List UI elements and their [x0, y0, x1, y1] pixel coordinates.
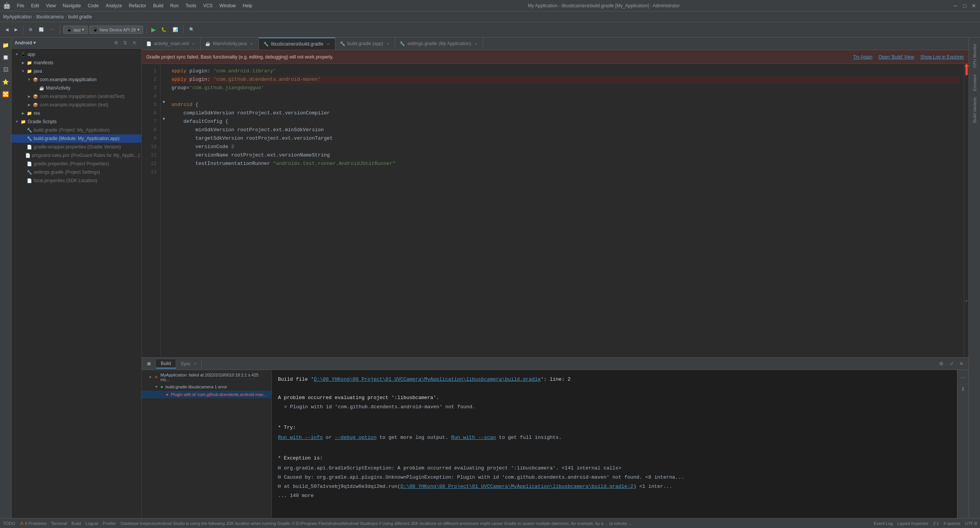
tab-status[interactable]: 4 spaces: [944, 521, 960, 526]
tab-close-build-gradle-app[interactable]: ✕: [385, 41, 390, 46]
close-button[interactable]: ✕: [971, 3, 977, 9]
breadcrumb-item-2[interactable]: build.gradle: [68, 14, 92, 20]
gpu-monitor-label[interactable]: GPU Monitor: [972, 41, 978, 71]
toolbar-search-button[interactable]: 🔍: [187, 26, 197, 33]
menu-tools[interactable]: Tools: [183, 2, 199, 9]
resource-manager-toggle[interactable]: 🖼: [1, 65, 10, 74]
tree-item-settings-gradle[interactable]: ▶ 🔧 settings.gradle (Project Settings): [11, 168, 141, 176]
editor-scrollbar[interactable]: ✓: [964, 64, 969, 357]
breadcrumb-item-1[interactable]: libusbcamera: [36, 14, 64, 20]
tree-item-build-gradle-project[interactable]: ▶ 🔧 build.gradle (Project: My_Applicatio…: [11, 126, 141, 134]
menu-help[interactable]: Help: [240, 2, 255, 9]
tree-item-proguard[interactable]: ▶ 📄 proguard-rules.pro (ProGuard Rules f…: [11, 151, 141, 160]
tab-close-settings-gradle[interactable]: ✕: [474, 41, 478, 46]
position-status[interactable]: 2:1: [933, 521, 939, 526]
tree-item-manifests[interactable]: ▶ 📁 manifests: [11, 59, 141, 67]
tree-item-pkg-androidtest[interactable]: ▶ 📦 com.example.myapplication (androidTe…: [11, 92, 141, 101]
tab-close-activity-main[interactable]: ✕: [191, 41, 196, 46]
build-exception-3-link[interactable]: D:\00_YHKong\00_Project\01_UVCCamera\MyA…: [400, 484, 634, 489]
tree-item-gradle-props[interactable]: ▶ 📄 gradle.properties (Project Propertie…: [11, 160, 141, 168]
menu-window[interactable]: Window: [216, 2, 239, 9]
tree-item-res[interactable]: ▶ 📁 res: [11, 109, 141, 117]
run-button[interactable]: ▶: [150, 25, 157, 34]
build-settings-button[interactable]: ⚙: [937, 360, 946, 368]
toolbar-forward-button[interactable]: ▶: [12, 26, 20, 33]
build-item-myapp-failed[interactable]: ▼ ✕ MyApplication: failed at 2022/2/10/0…: [142, 372, 271, 383]
fold-marker-5[interactable]: ▼: [161, 98, 167, 106]
try-again-link[interactable]: Try Again: [853, 54, 872, 60]
menu-refactor[interactable]: Refactor: [126, 2, 149, 9]
todo-status[interactable]: TODO: [3, 521, 15, 526]
structure-panel-toggle[interactable]: 🔲: [1, 53, 10, 62]
build-info-button[interactable]: ℹ: [959, 385, 967, 393]
tree-item-gradle-wrapper[interactable]: ▶ 📄 gradle-wrapper.properties (Gradle Ve…: [11, 143, 141, 151]
build-status[interactable]: Build: [72, 521, 81, 526]
menu-view[interactable]: View: [43, 2, 59, 9]
menu-code[interactable]: Code: [85, 2, 102, 9]
tab-close-mainactivity[interactable]: ✕: [249, 41, 254, 46]
menu-run[interactable]: Run: [167, 2, 182, 9]
device-selector[interactable]: 📱 app ▾: [63, 26, 88, 34]
menu-navigate[interactable]: Navigate: [60, 2, 84, 9]
menu-vcs[interactable]: VCS: [200, 2, 216, 9]
tab-sync-close[interactable]: ✕: [194, 362, 197, 366]
event-log-status[interactable]: Event Log: [874, 521, 893, 526]
tree-item-java[interactable]: ▼ 📁 java: [11, 67, 141, 75]
tree-item-pkg-test[interactable]: ▶ 📦 com.example.myapplication (test): [11, 101, 141, 109]
run-with-scan-link[interactable]: Run with --scan: [451, 435, 496, 440]
build-variants-right-label[interactable]: Build Variants: [972, 94, 978, 126]
tab-settings-gradle[interactable]: 🔧 settings.gradle (My Application) ✕: [395, 37, 483, 50]
debug-button[interactable]: 🐛: [159, 26, 169, 33]
toolbar-settings-button[interactable]: ⚙: [26, 26, 35, 33]
fold-marker-7[interactable]: ▼: [161, 114, 167, 123]
build-filter-button[interactable]: ⋯: [959, 373, 967, 381]
menu-file[interactable]: File: [14, 2, 27, 9]
panel-settings-icon[interactable]: ⚙: [112, 39, 120, 47]
tree-item-build-gradle-module[interactable]: ▶ 🔧 build.gradle (Module: My_Application…: [11, 134, 141, 143]
menu-build[interactable]: Build: [150, 2, 167, 9]
panel-sort-icon[interactable]: ⇅: [121, 39, 129, 47]
tab-activity-main[interactable]: 📄 activity_main.xml ✕: [142, 37, 201, 50]
build-item-libusbcamera[interactable]: ▼ ● build.gradle libusbcamera 1 error: [142, 383, 271, 391]
tree-item-mainactivity[interactable]: ▶ ☕ MainActivity: [11, 84, 141, 92]
menu-edit[interactable]: Edit: [28, 2, 42, 9]
menu-analyze[interactable]: Analyze: [103, 2, 125, 9]
favorites-toggle[interactable]: ⭐: [1, 77, 10, 86]
tab-build[interactable]: Build: [156, 359, 176, 368]
tab-mainactivity[interactable]: ☕ MainActivity.java ✕: [201, 37, 258, 50]
tree-item-package-main[interactable]: ▼ 📦 com.example.myapplication: [11, 75, 141, 84]
database-inspector-status[interactable]: Database Inspector: [121, 521, 157, 526]
build-item-plugin-error[interactable]: ▶ ● Plugin with id 'com.github.dcendents…: [142, 391, 271, 398]
tab-libusbcamera-build[interactable]: 🔧 libusbcamera\build.gradle ✕: [259, 37, 335, 50]
tree-item-app[interactable]: ▼ 📱 app: [11, 50, 141, 59]
code-content[interactable]: apply plugin: 'com.android.library' appl…: [167, 64, 964, 357]
emulator-label[interactable]: Emulator: [972, 71, 978, 94]
tree-item-local-props[interactable]: ▶ 📄 local.properties (SDK Location): [11, 176, 141, 185]
open-build-view-link[interactable]: Open 'Build' View: [879, 54, 914, 60]
layout-inspector-status[interactable]: Layout Inspector: [897, 521, 928, 526]
build-stop-button[interactable]: ⏹: [145, 360, 153, 368]
tree-item-gradle-scripts[interactable]: ▼ 📁 Gradle Scripts: [11, 117, 141, 126]
toolbar-back-button[interactable]: ◀: [3, 26, 11, 33]
tab-sync[interactable]: Sync ✕: [176, 360, 202, 368]
encoding-status[interactable]: UTF-8: [965, 521, 977, 526]
tab-build-gradle-app[interactable]: 🔧 build.gradle (app) ✕: [335, 37, 395, 50]
build-path-link[interactable]: D:\00_YHKong\00_Project\01_UVCCamera\MyA…: [314, 376, 541, 382]
maximize-button[interactable]: □: [962, 3, 968, 9]
toolbar-sync-button[interactable]: 🔄: [36, 26, 46, 33]
terminal-status[interactable]: Terminal: [51, 521, 67, 526]
build-variants-toggle[interactable]: 🔀: [1, 90, 10, 99]
toolbar-more-button[interactable]: ⋯: [48, 26, 57, 33]
panel-close-icon[interactable]: ✕: [131, 39, 138, 47]
logcat-status[interactable]: Logcat: [85, 521, 98, 526]
minimize-button[interactable]: ─: [952, 3, 959, 9]
build-expand-button[interactable]: ⤢: [947, 360, 956, 368]
profile-button[interactable]: 📊: [170, 26, 180, 33]
tab-close-libusbcamera-build[interactable]: ✕: [326, 42, 330, 47]
api-selector[interactable]: 📱 New Device API 28 ▾: [89, 26, 143, 34]
debug-option-link[interactable]: --debug option: [335, 435, 376, 440]
build-close-button[interactable]: ✕: [957, 360, 965, 368]
profiler-status[interactable]: Profiler: [103, 521, 116, 526]
problems-status[interactable]: ⚠ 6 Problems: [20, 521, 47, 526]
show-log-explorer-link[interactable]: Show Log in Explorer: [920, 54, 964, 60]
